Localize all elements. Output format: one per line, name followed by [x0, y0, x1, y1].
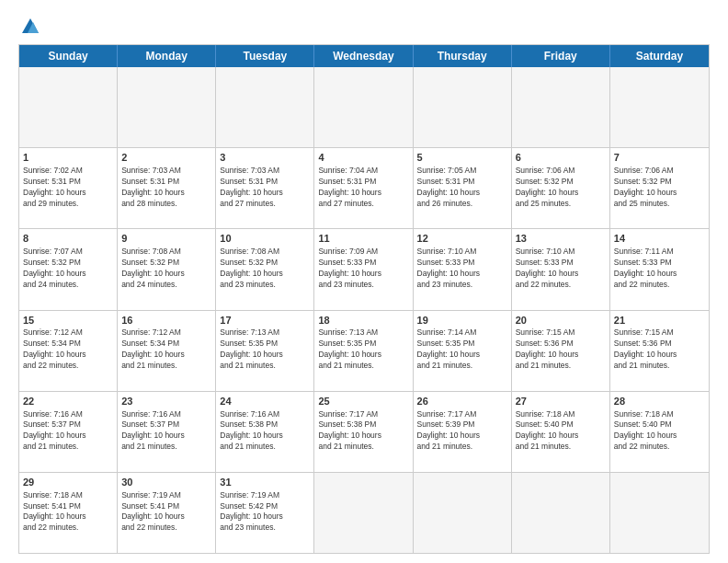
- calendar-cell: 1Sunrise: 7:02 AMSunset: 5:31 PMDaylight…: [19, 148, 118, 228]
- calendar-cell: [216, 67, 314, 147]
- day-number: 26: [417, 395, 507, 408]
- calendar-cell: 13Sunrise: 7:10 AMSunset: 5:33 PMDayligh…: [512, 229, 610, 309]
- cell-info: Sunrise: 7:02 AMSunset: 5:31 PMDaylight:…: [23, 166, 113, 210]
- day-number: 2: [121, 151, 211, 165]
- day-number: 27: [516, 395, 606, 408]
- calendar-cell: 17Sunrise: 7:13 AMSunset: 5:35 PMDayligh…: [216, 311, 314, 391]
- day-number: 21: [614, 314, 705, 327]
- cell-info: Sunrise: 7:09 AMSunset: 5:33 PMDaylight:…: [318, 247, 408, 291]
- cell-info: Sunrise: 7:18 AMSunset: 5:40 PMDaylight:…: [516, 409, 606, 454]
- calendar-cell: 26Sunrise: 7:17 AMSunset: 5:39 PMDayligh…: [414, 392, 512, 472]
- calendar-cell: [610, 473, 709, 553]
- calendar: SundayMondayTuesdayWednesdayThursdayFrid…: [18, 44, 710, 554]
- calendar-cell: 10Sunrise: 7:08 AMSunset: 5:32 PMDayligh…: [216, 229, 314, 309]
- calendar-cell: [118, 67, 216, 147]
- calendar-cell: [610, 67, 709, 147]
- day-number: 14: [614, 232, 705, 246]
- cell-info: Sunrise: 7:12 AMSunset: 5:34 PMDaylight:…: [23, 327, 113, 372]
- cell-info: Sunrise: 7:08 AMSunset: 5:32 PMDaylight:…: [121, 247, 211, 291]
- cell-info: Sunrise: 7:05 AMSunset: 5:31 PMDaylight:…: [417, 166, 507, 210]
- calendar-cell: [414, 473, 512, 553]
- header-day-friday: Friday: [512, 45, 610, 67]
- calendar-cell: 7Sunrise: 7:06 AMSunset: 5:32 PMDaylight…: [610, 148, 709, 228]
- header-day-thursday: Thursday: [414, 45, 512, 67]
- cell-info: Sunrise: 7:10 AMSunset: 5:33 PMDaylight:…: [516, 247, 606, 291]
- calendar-cell: 3Sunrise: 7:03 AMSunset: 5:31 PMDaylight…: [216, 148, 314, 228]
- logo-icon: [20, 17, 40, 37]
- cell-info: Sunrise: 7:16 AMSunset: 5:38 PMDaylight:…: [220, 409, 310, 454]
- header-day-monday: Monday: [118, 45, 216, 67]
- calendar-cell: 9Sunrise: 7:08 AMSunset: 5:32 PMDaylight…: [118, 229, 216, 309]
- cell-info: Sunrise: 7:08 AMSunset: 5:32 PMDaylight:…: [220, 247, 310, 291]
- cell-info: Sunrise: 7:15 AMSunset: 5:36 PMDaylight:…: [614, 327, 705, 372]
- calendar-cell: [512, 473, 610, 553]
- calendar-cell: 18Sunrise: 7:13 AMSunset: 5:35 PMDayligh…: [314, 311, 413, 391]
- day-number: 18: [318, 314, 408, 327]
- day-number: 7: [614, 151, 705, 165]
- calendar-cell: 15Sunrise: 7:12 AMSunset: 5:34 PMDayligh…: [19, 311, 118, 391]
- day-number: 20: [516, 314, 606, 327]
- cell-info: Sunrise: 7:07 AMSunset: 5:32 PMDaylight:…: [23, 247, 113, 291]
- calendar-cell: 23Sunrise: 7:16 AMSunset: 5:37 PMDayligh…: [118, 392, 216, 472]
- cell-info: Sunrise: 7:18 AMSunset: 5:40 PMDaylight:…: [614, 409, 705, 454]
- day-number: 11: [318, 232, 408, 246]
- cell-info: Sunrise: 7:06 AMSunset: 5:32 PMDaylight:…: [516, 166, 606, 210]
- header: [18, 17, 710, 37]
- calendar-cell: 5Sunrise: 7:05 AMSunset: 5:31 PMDaylight…: [414, 148, 512, 228]
- cell-info: Sunrise: 7:10 AMSunset: 5:33 PMDaylight:…: [417, 247, 507, 291]
- calendar-cell: 19Sunrise: 7:14 AMSunset: 5:35 PMDayligh…: [414, 311, 512, 391]
- calendar-row-4: 22Sunrise: 7:16 AMSunset: 5:37 PMDayligh…: [19, 392, 709, 473]
- calendar-cell: [314, 67, 413, 147]
- cell-info: Sunrise: 7:03 AMSunset: 5:31 PMDaylight:…: [121, 166, 211, 210]
- day-number: 13: [516, 232, 606, 246]
- cell-info: Sunrise: 7:17 AMSunset: 5:38 PMDaylight:…: [318, 409, 408, 454]
- day-number: 31: [220, 476, 310, 489]
- day-number: 29: [23, 476, 113, 489]
- day-number: 25: [318, 395, 408, 408]
- calendar-row-5: 29Sunrise: 7:18 AMSunset: 5:41 PMDayligh…: [19, 473, 709, 553]
- day-number: 16: [121, 314, 211, 327]
- cell-info: Sunrise: 7:17 AMSunset: 5:39 PMDaylight:…: [417, 409, 507, 454]
- logo: [18, 17, 40, 37]
- calendar-cell: 12Sunrise: 7:10 AMSunset: 5:33 PMDayligh…: [414, 229, 512, 309]
- calendar-row-0: [19, 67, 709, 148]
- calendar-cell: 31Sunrise: 7:19 AMSunset: 5:42 PMDayligh…: [216, 473, 314, 553]
- day-number: 23: [121, 395, 211, 408]
- cell-info: Sunrise: 7:03 AMSunset: 5:31 PMDaylight:…: [220, 166, 310, 210]
- calendar-cell: 21Sunrise: 7:15 AMSunset: 5:36 PMDayligh…: [610, 311, 709, 391]
- day-number: 10: [220, 232, 310, 246]
- calendar-cell: 2Sunrise: 7:03 AMSunset: 5:31 PMDaylight…: [118, 148, 216, 228]
- day-number: 12: [417, 232, 507, 246]
- day-number: 22: [23, 395, 113, 408]
- calendar-cell: [414, 67, 512, 147]
- day-number: 6: [516, 151, 606, 165]
- calendar-header: SundayMondayTuesdayWednesdayThursdayFrid…: [19, 45, 709, 67]
- calendar-cell: 30Sunrise: 7:19 AMSunset: 5:41 PMDayligh…: [118, 473, 216, 553]
- day-number: 15: [23, 314, 113, 327]
- day-number: 28: [614, 395, 705, 408]
- calendar-cell: [19, 67, 118, 147]
- calendar-cell: 6Sunrise: 7:06 AMSunset: 5:32 PMDaylight…: [512, 148, 610, 228]
- cell-info: Sunrise: 7:15 AMSunset: 5:36 PMDaylight:…: [516, 327, 606, 372]
- calendar-cell: 25Sunrise: 7:17 AMSunset: 5:38 PMDayligh…: [314, 392, 413, 472]
- calendar-cell: 28Sunrise: 7:18 AMSunset: 5:40 PMDayligh…: [610, 392, 709, 472]
- calendar-cell: 4Sunrise: 7:04 AMSunset: 5:31 PMDaylight…: [314, 148, 413, 228]
- day-number: 30: [121, 476, 211, 489]
- day-number: 1: [23, 151, 113, 165]
- calendar-body: 1Sunrise: 7:02 AMSunset: 5:31 PMDaylight…: [19, 67, 709, 553]
- calendar-cell: 8Sunrise: 7:07 AMSunset: 5:32 PMDaylight…: [19, 229, 118, 309]
- calendar-cell: 29Sunrise: 7:18 AMSunset: 5:41 PMDayligh…: [19, 473, 118, 553]
- cell-info: Sunrise: 7:16 AMSunset: 5:37 PMDaylight:…: [23, 409, 113, 454]
- calendar-row-2: 8Sunrise: 7:07 AMSunset: 5:32 PMDaylight…: [19, 229, 709, 310]
- day-number: 4: [318, 151, 408, 165]
- calendar-cell: 20Sunrise: 7:15 AMSunset: 5:36 PMDayligh…: [512, 311, 610, 391]
- cell-info: Sunrise: 7:14 AMSunset: 5:35 PMDaylight:…: [417, 327, 507, 372]
- cell-info: Sunrise: 7:04 AMSunset: 5:31 PMDaylight:…: [318, 166, 408, 210]
- calendar-row-3: 15Sunrise: 7:12 AMSunset: 5:34 PMDayligh…: [19, 311, 709, 392]
- calendar-cell: 22Sunrise: 7:16 AMSunset: 5:37 PMDayligh…: [19, 392, 118, 472]
- day-number: 5: [417, 151, 507, 165]
- cell-info: Sunrise: 7:19 AMSunset: 5:41 PMDaylight:…: [121, 490, 211, 534]
- cell-info: Sunrise: 7:12 AMSunset: 5:34 PMDaylight:…: [121, 327, 211, 372]
- calendar-cell: [314, 473, 413, 553]
- cell-info: Sunrise: 7:13 AMSunset: 5:35 PMDaylight:…: [220, 327, 310, 372]
